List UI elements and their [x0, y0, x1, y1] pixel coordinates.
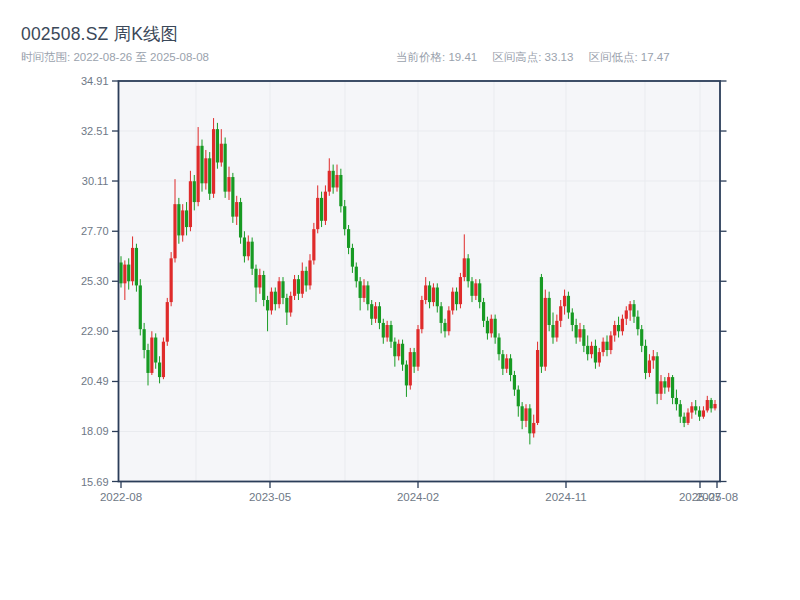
- candle[interactable]: [509, 358, 512, 375]
- candle[interactable]: [540, 277, 543, 367]
- candle[interactable]: [316, 198, 319, 229]
- candle[interactable]: [239, 202, 242, 237]
- candle[interactable]: [447, 310, 450, 331]
- candle[interactable]: [702, 410, 705, 416]
- candle[interactable]: [405, 365, 408, 386]
- candle[interactable]: [590, 346, 593, 354]
- candle[interactable]: [636, 317, 639, 330]
- candle[interactable]: [274, 292, 277, 305]
- candle[interactable]: [521, 406, 524, 421]
- candle[interactable]: [671, 377, 674, 398]
- candle[interactable]: [713, 404, 716, 408]
- candle[interactable]: [389, 325, 392, 342]
- candle[interactable]: [297, 279, 300, 294]
- candle[interactable]: [308, 260, 311, 285]
- candle[interactable]: [370, 304, 373, 319]
- candle[interactable]: [679, 404, 682, 417]
- candle[interactable]: [397, 344, 400, 357]
- candle[interactable]: [652, 356, 655, 360]
- candle[interactable]: [455, 292, 458, 305]
- candle[interactable]: [586, 346, 589, 354]
- candle[interactable]: [123, 265, 126, 284]
- candle[interactable]: [320, 198, 323, 221]
- candle[interactable]: [443, 323, 446, 331]
- candle[interactable]: [119, 262, 122, 283]
- candle[interactable]: [683, 417, 686, 423]
- candle[interactable]: [710, 400, 713, 408]
- candle[interactable]: [686, 413, 689, 423]
- candle[interactable]: [146, 350, 149, 373]
- candle[interactable]: [424, 285, 427, 300]
- candle[interactable]: [575, 325, 578, 338]
- candle[interactable]: [158, 363, 161, 378]
- candle[interactable]: [197, 146, 200, 202]
- candle[interactable]: [181, 210, 184, 235]
- candle[interactable]: [640, 329, 643, 346]
- candle[interactable]: [343, 206, 346, 229]
- candle[interactable]: [528, 408, 531, 433]
- candle[interactable]: [613, 325, 616, 335]
- candle[interactable]: [436, 288, 439, 307]
- candle[interactable]: [362, 285, 365, 298]
- candle[interactable]: [193, 181, 196, 202]
- candle[interactable]: [335, 175, 338, 188]
- candle[interactable]: [605, 342, 608, 350]
- candle[interactable]: [139, 285, 142, 329]
- candle[interactable]: [625, 310, 628, 318]
- candle[interactable]: [347, 229, 350, 248]
- candle[interactable]: [497, 338, 500, 355]
- candle[interactable]: [632, 304, 635, 317]
- candle[interactable]: [170, 258, 173, 302]
- candle[interactable]: [567, 296, 570, 313]
- candle[interactable]: [675, 398, 678, 404]
- candle[interactable]: [551, 325, 554, 338]
- candle[interactable]: [659, 381, 662, 394]
- candle[interactable]: [698, 410, 701, 416]
- candle[interactable]: [594, 346, 597, 363]
- candle[interactable]: [127, 265, 130, 282]
- candle[interactable]: [409, 352, 412, 385]
- candle[interactable]: [582, 329, 585, 346]
- candle[interactable]: [324, 192, 327, 221]
- candle[interactable]: [204, 158, 207, 183]
- candle[interactable]: [486, 321, 489, 334]
- candle[interactable]: [459, 277, 462, 304]
- candle[interactable]: [548, 298, 551, 325]
- candle[interactable]: [490, 319, 493, 334]
- candle[interactable]: [154, 338, 157, 363]
- candle[interactable]: [494, 319, 497, 338]
- candle[interactable]: [262, 275, 265, 300]
- candle[interactable]: [571, 313, 574, 326]
- candle[interactable]: [513, 375, 516, 390]
- candle[interactable]: [305, 271, 308, 286]
- candle[interactable]: [656, 356, 659, 394]
- candle[interactable]: [189, 181, 192, 227]
- candle[interactable]: [266, 300, 269, 310]
- candle[interactable]: [143, 329, 146, 350]
- candle[interactable]: [667, 377, 670, 387]
- candle[interactable]: [131, 248, 134, 281]
- candle[interactable]: [135, 248, 138, 286]
- candle[interactable]: [663, 381, 666, 387]
- candle[interactable]: [301, 271, 304, 294]
- candle[interactable]: [328, 171, 331, 192]
- candle[interactable]: [270, 292, 273, 311]
- candle[interactable]: [162, 342, 165, 377]
- candle[interactable]: [559, 306, 562, 321]
- candle[interactable]: [177, 204, 180, 235]
- candle[interactable]: [467, 258, 470, 281]
- candle[interactable]: [247, 242, 250, 257]
- candle[interactable]: [285, 298, 288, 313]
- candle[interactable]: [366, 285, 369, 304]
- candle[interactable]: [413, 352, 416, 367]
- candle[interactable]: [644, 346, 647, 373]
- candle[interactable]: [231, 177, 234, 217]
- candle[interactable]: [289, 296, 292, 313]
- candle[interactable]: [478, 283, 481, 302]
- candle[interactable]: [224, 144, 227, 192]
- candle[interactable]: [281, 281, 284, 298]
- candle[interactable]: [293, 279, 296, 296]
- candle[interactable]: [378, 306, 381, 323]
- candle[interactable]: [463, 258, 466, 277]
- candle[interactable]: [621, 319, 624, 332]
